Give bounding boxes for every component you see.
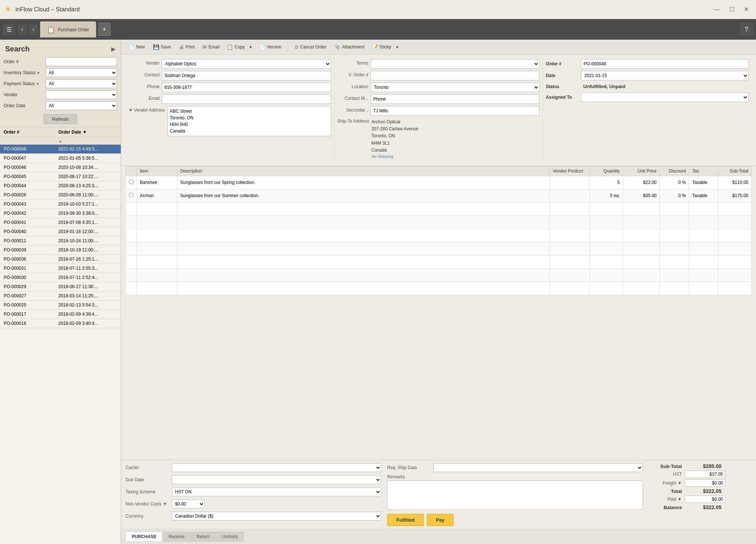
close-button[interactable]: ✕ <box>741 4 752 14</box>
tab-receive[interactable]: Receive <box>163 532 190 542</box>
order-list-item[interactable]: PO-0000252018-02-13 5:54:3... <box>0 301 121 310</box>
scroll-up-button[interactable]: ▲ <box>0 137 121 145</box>
help-button[interactable]: ? <box>740 23 753 36</box>
empty-radio <box>126 268 137 282</box>
fulfilled-button[interactable]: Fulfilled <box>387 514 424 526</box>
terms-select[interactable] <box>371 59 540 69</box>
terms-col: Terms V. Order # Location Toronto Co <box>334 59 543 161</box>
sticky-dropdown-arrow[interactable]: ▼ <box>393 44 400 51</box>
order-list-item[interactable]: PO-0000172018-02-09 4:39:4... <box>0 310 121 319</box>
tab-label: Purchase Order <box>58 27 89 32</box>
version-button[interactable]: 📄 Version <box>256 43 284 51</box>
secondary-input[interactable] <box>371 106 540 116</box>
order-list-item[interactable]: PO-0000412019-07-08 4:35:1... <box>0 218 121 227</box>
location-select[interactable]: Toronto <box>371 83 540 92</box>
print-button[interactable]: 🖨 Print <box>176 43 197 51</box>
req-ship-date-select[interactable] <box>433 463 643 472</box>
copy-dropdown-arrow[interactable]: ▼ <box>247 44 254 51</box>
phone-input[interactable] <box>162 83 331 92</box>
tab-return[interactable]: Return <box>191 532 216 542</box>
filter-vendor-select[interactable] <box>46 90 117 99</box>
bottom-area: Carrier Due Date Taxing Scheme HST ON <box>121 460 756 529</box>
cancel-order-button[interactable]: ⊙ Cancel Order <box>291 43 329 51</box>
line-item-discount: 0 % <box>660 176 689 189</box>
line-item-quantity: 5 <box>590 176 623 189</box>
assigned-to-select[interactable] <box>581 93 749 102</box>
line-item-radio[interactable] <box>126 189 137 202</box>
vorder-input[interactable] <box>371 71 540 80</box>
order-list-item[interactable]: PO-0000462020-10-08 10:34:... <box>0 163 121 172</box>
filter-order-input[interactable] <box>46 57 117 66</box>
maximize-button[interactable]: ☐ <box>726 4 737 14</box>
purchase-order-tab[interactable]: 📋 Purchase Order <box>40 21 96 37</box>
paid-arrow[interactable]: ▼ <box>677 497 682 502</box>
pay-button[interactable]: Pay <box>427 514 454 526</box>
save-button[interactable]: 💾 Save <box>150 43 174 51</box>
order-list-item[interactable]: PO-0000482021-01-15 4:49:3... <box>0 145 121 154</box>
sticky-split-button[interactable]: 📝 Sticky ▼ <box>370 43 400 51</box>
order-list-item[interactable]: PO-0000312018-07-11 2:55:3... <box>0 264 121 273</box>
order-number-input[interactable] <box>581 59 749 69</box>
order-list-item[interactable]: PO-0000422019-09-30 3:38:0... <box>0 209 121 218</box>
order-list-item[interactable]: PO-0000112018-10-24 11:00:... <box>0 236 121 246</box>
copy-split-button[interactable]: 📋 Copy ▼ <box>225 43 254 51</box>
order-list-item[interactable]: PO-0000162018-02-09 3:40:4... <box>0 319 121 328</box>
sidebar-header: Search ▶ <box>0 40 121 56</box>
line-item-description: Sunglasses from our Spring collection. <box>177 176 550 189</box>
order-list-item[interactable]: PO-0000402019-01-16 12:00:... <box>0 227 121 236</box>
new-button[interactable]: 📄 New <box>126 43 148 51</box>
filter-date-select[interactable]: All <box>46 101 117 110</box>
tab-unstock[interactable]: Unstock <box>216 532 244 542</box>
order-list-item[interactable]: PO-0000472021-01-05 5:36:5... <box>0 154 121 163</box>
sticky-button-main[interactable]: 📝 Sticky <box>370 43 393 51</box>
menu-button[interactable]: ☰ <box>3 24 15 35</box>
filter-inventory-select[interactable]: All <box>46 68 117 77</box>
order-list-item[interactable]: PO-0000432019-10-03 5:27:1... <box>0 200 121 209</box>
new-label: New <box>136 44 145 50</box>
contact-method-input[interactable] <box>371 94 540 104</box>
order-list-item[interactable]: PO-0000302018-07-11 2:52:4... <box>0 273 121 282</box>
attachment-button[interactable]: 📎 Attachment <box>331 43 367 51</box>
minimize-button[interactable]: — <box>711 4 723 14</box>
empty-qty <box>590 268 623 282</box>
order-list-item[interactable]: PO-0000292018-06-27 11:36:... <box>0 282 121 291</box>
tab-purchase[interactable]: PURCHASE <box>126 532 163 542</box>
currency-field: Currency Canadian Dollar ($) <box>126 512 381 521</box>
line-item-radio[interactable] <box>126 176 137 189</box>
email-button[interactable]: ✉ Email <box>200 43 222 51</box>
order-list-item[interactable]: PO-0000392018-10-19 11:00:... <box>0 246 121 255</box>
forward-button[interactable]: › <box>29 24 38 35</box>
due-date-select[interactable] <box>172 475 381 484</box>
date-select[interactable]: 2021-01-15 <box>581 71 749 80</box>
order-list-item[interactable]: PO-0000272018-03-14 11:25:... <box>0 291 121 301</box>
carrier-select[interactable] <box>172 463 381 472</box>
hst-input[interactable] <box>685 471 725 478</box>
contact-input[interactable] <box>162 71 331 80</box>
no-shipping-link[interactable]: No Shipping <box>371 154 393 159</box>
non-vendor-costs-select[interactable]: $0.00 <box>172 500 205 508</box>
remarks-textarea[interactable] <box>387 480 643 510</box>
currency-select[interactable]: Canadian Dollar ($) <box>172 512 381 521</box>
remarks-area: Remarks <box>387 474 643 511</box>
freight-input[interactable] <box>685 479 725 487</box>
line-items-area: Item Description Vendor Product Quantity… <box>121 166 756 460</box>
new-tab-button[interactable]: + <box>98 23 110 36</box>
copy-button-main[interactable]: 📋 Copy <box>225 43 247 51</box>
freight-arrow[interactable]: ▼ <box>677 480 682 486</box>
back-button[interactable]: ‹ <box>18 24 27 35</box>
taxing-scheme-select[interactable]: HST ON <box>172 487 381 496</box>
email-input[interactable] <box>162 94 331 104</box>
filter-payment-select[interactable]: All <box>46 79 117 88</box>
sidebar-expand-button[interactable]: ▶ <box>111 46 116 52</box>
carrier-field: Carrier <box>126 463 381 472</box>
vendor-select[interactable]: Alphabet Optics <box>162 59 331 69</box>
refresh-button[interactable]: Refresh <box>44 114 77 124</box>
sidebar-title: Search <box>5 45 30 53</box>
filter-vendor-row: Vendor <box>0 89 121 100</box>
order-list-item[interactable]: PO-0000262020-06-09 11:00:... <box>0 191 121 200</box>
paid-input[interactable] <box>685 496 725 503</box>
sticky-label: Sticky <box>379 44 391 50</box>
order-list-item[interactable]: PO-0000362018-07-26 1:25:1... <box>0 255 121 264</box>
order-list-item[interactable]: PO-0000452020-08-17 10:22:... <box>0 172 121 181</box>
order-list-item[interactable]: PO-0000442020-08-13 4:25:3... <box>0 181 121 191</box>
